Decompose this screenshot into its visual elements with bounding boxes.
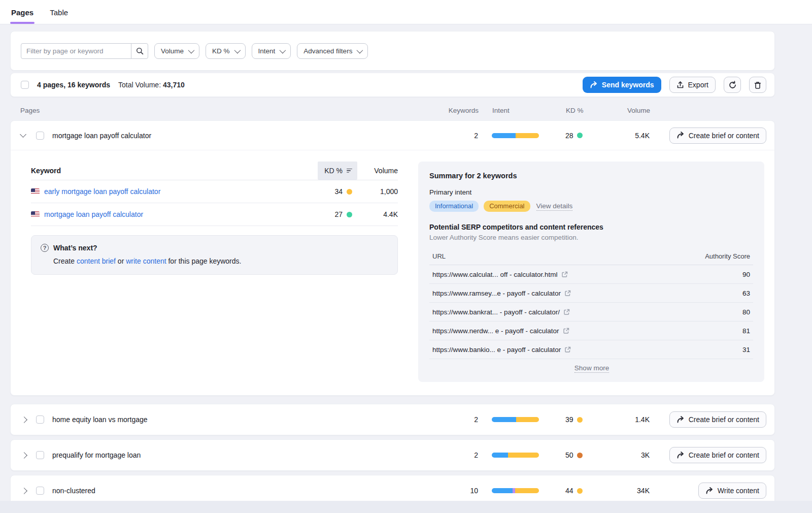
kd-column-header-sorted[interactable]: KD % xyxy=(318,162,357,180)
export-button[interactable]: Export xyxy=(669,77,716,93)
competitor-row: https://www.bankio... e - payoff - calcu… xyxy=(429,340,753,359)
external-link-icon[interactable] xyxy=(563,309,570,315)
competitor-row: https://www.ramsey...e - payoff - calcul… xyxy=(429,284,753,303)
tab-pages[interactable]: Pages xyxy=(10,2,35,24)
external-link-icon[interactable] xyxy=(561,271,568,278)
kd-cell: 39 xyxy=(554,415,599,424)
external-link-icon[interactable] xyxy=(564,290,571,297)
search-input[interactable] xyxy=(21,43,131,59)
keyword-link[interactable]: early mortgage loan payoff calculator xyxy=(44,187,160,196)
volume-value: 1.4K xyxy=(599,415,650,424)
content-brief-link[interactable]: content brief xyxy=(77,257,116,265)
row-checkbox[interactable] xyxy=(36,415,44,424)
chevron-down-icon xyxy=(280,47,286,53)
volume-column-header[interactable]: Volume xyxy=(357,167,398,175)
keyword-table-header: Keyword KD % Volume xyxy=(31,162,398,180)
column-volume: Volume xyxy=(599,107,650,114)
external-link-icon[interactable] xyxy=(563,328,569,334)
keywords-summary-panel: Summary for 2 keywords Primary intent In… xyxy=(418,162,764,382)
filter-bar: Volume KD % Intent Advanced filters xyxy=(10,31,775,71)
create-brief-label: Create brief or content xyxy=(689,451,759,459)
row-checkbox[interactable] xyxy=(36,451,44,459)
search-button[interactable] xyxy=(131,43,148,59)
expand-row-button[interactable] xyxy=(21,489,36,493)
selection-summary: 4 pages, 16 keywords xyxy=(37,81,110,89)
select-all-checkbox[interactable] xyxy=(21,81,29,89)
summary-panel-title: Summary for 2 keywords xyxy=(429,172,753,180)
us-flag-icon xyxy=(31,211,40,217)
whats-next-box: ? What’s next? Create content brief or w… xyxy=(31,235,398,275)
tab-table[interactable]: Table xyxy=(49,2,69,24)
intent-bar xyxy=(492,488,539,493)
arrow-curve-icon xyxy=(676,452,685,459)
collapse-row-button[interactable] xyxy=(21,134,36,137)
competitor-row: https://www.bankrat... - payoff - calcul… xyxy=(429,303,753,322)
send-arrow-icon xyxy=(590,81,598,89)
keyword-row: early mortgage loan payoff calculator 34… xyxy=(31,180,398,203)
table-row: mortgage loan payoff calculator 2 28 5.4… xyxy=(11,121,774,150)
create-brief-button[interactable]: Create brief or content xyxy=(669,447,766,463)
kd-column-label: KD % xyxy=(324,167,343,175)
expand-row-button[interactable] xyxy=(21,418,36,422)
us-flag-icon xyxy=(31,188,40,195)
view-details-link[interactable]: View details xyxy=(536,202,573,211)
authority-score-column-header: Authority Score xyxy=(705,252,750,260)
page-name: prequalify for mortgage loan xyxy=(52,451,441,459)
refresh-button[interactable] xyxy=(724,77,741,93)
keyword-link[interactable]: mortgage loan payoff calculator xyxy=(44,210,143,218)
tab-table-label: Table xyxy=(50,8,68,17)
kd-filter-dropdown[interactable]: KD % xyxy=(206,43,246,59)
search-icon xyxy=(136,47,144,55)
send-keywords-button[interactable]: Send keywords xyxy=(583,77,661,93)
kd-difficulty-dot xyxy=(577,133,583,138)
competitor-row: https://www.nerdw... e - payoff - calcul… xyxy=(429,322,753,340)
intent-badge-commercial: Commercial xyxy=(484,201,530,212)
competitor-url: https://www.ramsey...e - payoff - calcul… xyxy=(432,290,561,297)
volume-filter-dropdown[interactable]: Volume xyxy=(154,43,199,59)
show-more-link[interactable]: Show more xyxy=(574,364,609,373)
create-brief-label: Create brief or content xyxy=(689,415,759,424)
export-label: Export xyxy=(688,81,708,89)
competitor-row: https://www.calculat... off - calculator… xyxy=(429,265,753,284)
export-icon xyxy=(676,81,684,89)
write-content-label: Write content xyxy=(718,487,759,495)
intent-filter-dropdown[interactable]: Intent xyxy=(252,43,291,59)
page-bottom-strip xyxy=(0,501,812,513)
volume-filter-label: Volume xyxy=(161,47,184,55)
whats-next-text: Create content brief or write content fo… xyxy=(53,257,388,265)
url-column-header: URL xyxy=(432,252,446,260)
chevron-down-icon xyxy=(234,47,241,53)
row-checkbox[interactable] xyxy=(36,487,44,495)
expand-row-button[interactable] xyxy=(21,453,36,458)
tab-bar: Pages Table xyxy=(0,0,812,24)
external-link-icon[interactable] xyxy=(564,346,571,353)
row-checkbox[interactable] xyxy=(36,132,44,140)
keywords-count: 2 xyxy=(441,132,478,140)
delete-button[interactable] xyxy=(749,77,766,93)
chevron-right-icon xyxy=(21,416,27,423)
table-row: non-clustered 10 44 34K Write content xyxy=(21,483,766,499)
table-row: prequalify for mortgage loan 2 50 3K Cre… xyxy=(21,447,766,463)
kd-value: 39 xyxy=(565,415,573,424)
intent-cell xyxy=(478,133,554,138)
sort-descending-icon xyxy=(347,169,352,173)
write-content-button[interactable]: Write content xyxy=(698,483,766,499)
intent-cell xyxy=(478,453,554,458)
write-content-link[interactable]: write content xyxy=(126,257,166,265)
kd-value: 28 xyxy=(565,132,573,140)
kd-difficulty-dot xyxy=(347,189,352,195)
kd-filter-label: KD % xyxy=(212,47,230,55)
kd-difficulty-dot xyxy=(347,212,352,217)
keywords-count: 2 xyxy=(441,451,478,459)
keyword-column-header: Keyword xyxy=(31,162,318,180)
intent-badge-informational: Informational xyxy=(429,201,479,212)
competitor-url: https://www.bankio... e - payoff - calcu… xyxy=(432,346,561,354)
keyword-volume: 4.4K xyxy=(357,210,398,218)
page-card-home-equity: home equity loan vs mortgage 2 39 1.4K C… xyxy=(10,404,775,435)
column-intent: Intent xyxy=(479,107,555,114)
create-brief-button[interactable]: Create brief or content xyxy=(669,411,766,428)
create-brief-button[interactable]: Create brief or content xyxy=(669,127,766,144)
advanced-filters-dropdown[interactable]: Advanced filters xyxy=(297,43,368,59)
keywords-count: 10 xyxy=(441,487,478,495)
serp-competitors-subtitle: Lower Authority Score means easier compe… xyxy=(429,234,753,241)
